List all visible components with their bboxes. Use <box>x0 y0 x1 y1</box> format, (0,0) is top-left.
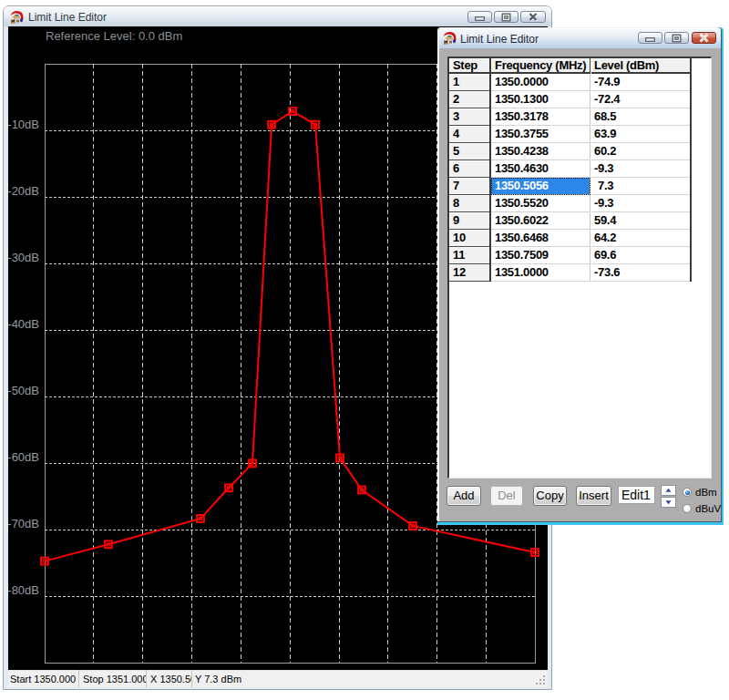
svg-text:-40dB: -40dB <box>8 317 39 331</box>
svg-text:-10dB: -10dB <box>8 118 39 131</box>
svg-text:-60dB: -60dB <box>8 450 39 464</box>
svg-text:-20dB: -20dB <box>8 184 39 198</box>
svg-text:-80dB: -80dB <box>8 583 39 597</box>
svg-text:-70dB: -70dB <box>8 517 39 530</box>
svg-text:-30dB: -30dB <box>8 251 39 264</box>
svg-text:-50dB: -50dB <box>8 384 39 397</box>
